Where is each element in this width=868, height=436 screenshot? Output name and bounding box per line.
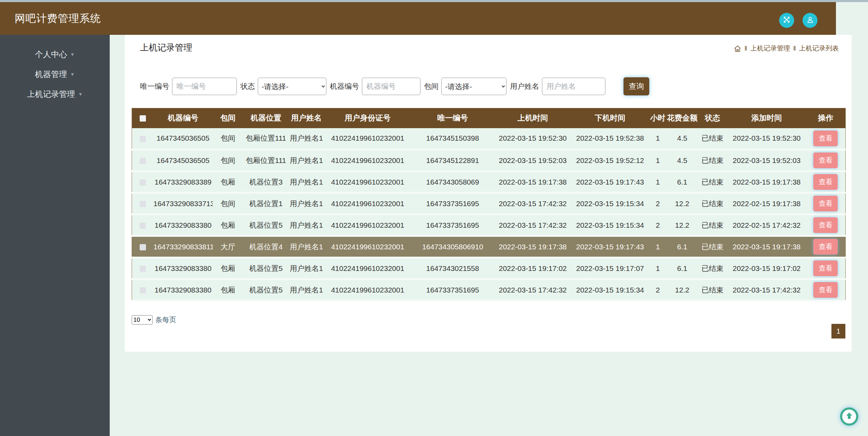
cell-id-card: 410224199610232001 [324, 215, 411, 236]
home-icon[interactable] [734, 45, 741, 52]
sidebar-item-label: 个人中心 [35, 50, 67, 59]
cell-unique-id: 1647337351695 [411, 279, 494, 301]
cell-room: 包厢 [213, 258, 243, 279]
view-button[interactable]: 查看 [813, 196, 838, 211]
row-checkbox[interactable] [140, 201, 146, 207]
view-button[interactable]: 查看 [813, 174, 838, 190]
cell-actions: 查看 [806, 171, 846, 193]
table-row[interactable]: 1647345036505 包间 包厢位置111 用户姓名1 410224199… [132, 128, 846, 150]
cell-id-card: 410224199610232001 [324, 128, 411, 150]
user-name-input[interactable] [542, 78, 605, 95]
table-row[interactable]: 1647345036505 包间 包厢位置111 用户姓名1 410224199… [132, 150, 846, 171]
machine-id-input[interactable] [362, 78, 420, 95]
app-title: 网吧计费管理系统 [15, 2, 101, 35]
row-checkbox[interactable] [140, 136, 146, 142]
cell-unique-id: 1647343021558 [411, 258, 494, 279]
cell-room: 包间 [213, 128, 243, 150]
view-button[interactable]: 查看 [813, 260, 838, 276]
cell-actions: 查看 [806, 193, 846, 215]
cell-unique-id: 164734305806910 [411, 236, 494, 258]
cell-actions: 查看 [806, 215, 846, 236]
unique-id-label: 唯一编号 [140, 81, 169, 91]
cell-hours: 2 [649, 193, 667, 215]
col-status: 状态 [698, 108, 728, 128]
col-machine-id: 机器编号 [154, 108, 213, 128]
user-icon [806, 16, 814, 25]
cell-end-time: 2022-03-15 19:17:43 [572, 171, 649, 193]
cell-room: 包间 [213, 150, 243, 171]
row-checkbox[interactable] [140, 223, 146, 229]
select-all-checkbox[interactable] [140, 115, 146, 122]
sidebar: 个人中心▼ 机器管理▼ 上机记录管理▼ [0, 35, 110, 436]
fullscreen-icon [783, 16, 791, 25]
col-end-time: 下机时间 [572, 108, 649, 128]
cell-hours: 1 [649, 150, 667, 171]
cell-added-time: 2022-03-15 19:17:38 [728, 236, 806, 258]
page-size-select[interactable]: 10 [132, 315, 153, 325]
status-label: 状态 [240, 81, 255, 91]
row-checkbox[interactable] [140, 244, 146, 250]
col-user-name: 用户姓名 [289, 108, 324, 128]
cell-start-time: 2022-03-15 17:42:32 [494, 193, 572, 215]
col-added-time: 添加时间 [728, 108, 806, 128]
cell-location: 机器位置5 [243, 279, 289, 301]
cell-id-card: 410224199610232001 [324, 171, 411, 193]
cell-unique-id: 1647337351695 [411, 215, 494, 236]
cell-unique-id: 1647345122891 [411, 150, 494, 171]
table-row[interactable]: 164733290833811 大厅 机器位置4 用户姓名1 410224199… [132, 236, 846, 258]
records-table: 机器编号 包间 机器位置 用户姓名 用户身份证号 唯一编号 上机时间 下机时间 … [132, 108, 845, 302]
row-checkbox[interactable] [140, 158, 146, 164]
content-card: 上机记录管理 ‖ 上机记录管理 ‖ 上机记录列表 唯一编号 状态 -请选择- 机… [125, 35, 852, 352]
scroll-to-top-button[interactable] [840, 407, 858, 426]
row-checkbox[interactable] [140, 179, 146, 186]
row-checkbox[interactable] [140, 287, 146, 294]
cell-added-time: 2022-03-15 17:42:32 [728, 279, 806, 301]
view-button[interactable]: 查看 [813, 282, 838, 298]
view-button[interactable]: 查看 [813, 131, 838, 146]
unique-id-input[interactable] [172, 78, 237, 95]
cell-cost: 12.2 [667, 193, 698, 215]
cell-status: 已结束 [698, 236, 728, 258]
table-row[interactable]: 16473329083380 包厢 机器位置5 用户姓名1 4102241996… [132, 279, 846, 301]
cell-added-time: 2022-03-15 19:52:03 [728, 150, 806, 171]
cell-location: 机器位置3 [243, 171, 289, 193]
search-button[interactable]: 查询 [623, 77, 649, 95]
cell-cost: 6.1 [667, 236, 698, 258]
fullscreen-button[interactable] [779, 13, 794, 28]
table-row[interactable]: 16473329083380 包厢 机器位置5 用户姓名1 4102241996… [132, 215, 846, 236]
cell-location: 机器位置5 [243, 258, 289, 279]
table-row[interactable]: 16473329083380 包厢 机器位置5 用户姓名1 4102241996… [132, 258, 846, 279]
breadcrumb-link-list[interactable]: 上机记录列表 [799, 44, 839, 53]
cell-id-card: 410224199610232001 [324, 279, 411, 301]
breadcrumb: ‖ 上机记录管理 ‖ 上机记录列表 [734, 44, 839, 53]
status-select[interactable]: -请选择- [258, 78, 326, 95]
breadcrumb-link-management[interactable]: 上机记录管理 [750, 44, 790, 53]
table-row[interactable]: 16473329083389 包厢 机器位置3 用户姓名1 4102241996… [132, 171, 846, 193]
cell-location: 机器位置1 [243, 193, 289, 215]
sidebar-item-machine-management[interactable]: 机器管理▼ [0, 64, 110, 84]
page-number-button[interactable]: 1 [831, 324, 845, 338]
cell-user-name: 用户姓名1 [289, 150, 324, 171]
chevron-down-icon: ▼ [78, 84, 83, 104]
user-account-button[interactable] [803, 13, 817, 28]
view-button[interactable]: 查看 [813, 153, 838, 168]
cell-added-time: 2022-03-15 19:52:30 [728, 128, 806, 150]
cell-actions: 查看 [806, 128, 846, 150]
room-select[interactable]: -请选择- [441, 78, 506, 95]
cell-start-time: 2022-03-15 19:52:30 [494, 128, 572, 150]
cell-end-time: 2022-03-15 19:52:12 [572, 150, 649, 171]
breadcrumb-separator: ‖ [744, 45, 747, 52]
sidebar-item-session-record-management[interactable]: 上机记录管理▼ [0, 84, 110, 104]
row-checkbox[interactable] [140, 266, 146, 272]
view-button[interactable]: 查看 [813, 239, 838, 255]
app-header: 网吧计费管理系统 [0, 2, 836, 35]
col-start-time: 上机时间 [494, 108, 572, 128]
table-row[interactable]: 164733290833713 包间 机器位置1 用户姓名1 410224199… [132, 193, 846, 215]
view-button[interactable]: 查看 [813, 217, 838, 233]
cell-checkbox [132, 193, 154, 215]
cell-cost: 12.2 [667, 215, 698, 236]
cell-location: 机器位置4 [243, 236, 289, 258]
per-page-label: 条每页 [155, 315, 176, 325]
sidebar-item-personal-center[interactable]: 个人中心▼ [0, 45, 110, 64]
cell-start-time: 2022-03-15 17:42:32 [494, 279, 572, 301]
